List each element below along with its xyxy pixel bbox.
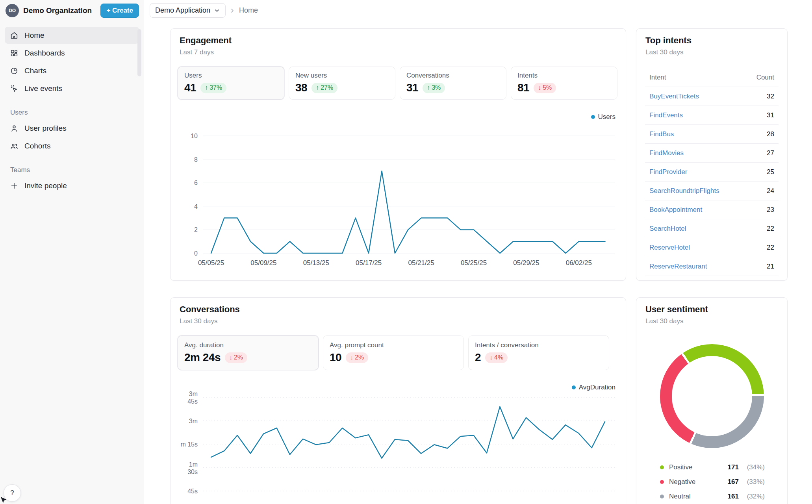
intent-count: 31: [767, 111, 774, 119]
stat-value: 38: [295, 82, 307, 94]
svg-text:05/17/25: 05/17/25: [356, 259, 382, 267]
table-row: BuyEventTickets32: [645, 87, 779, 106]
arrow-up-icon: ↑: [316, 84, 319, 91]
sidebar-item-label: Invite people: [24, 182, 67, 190]
sentiment-legend: Positive 171 34% Negative 167 33% Neutra…: [660, 460, 765, 504]
intent-count: 21: [767, 263, 774, 271]
sidebar-item-user-profiles[interactable]: User profiles: [5, 120, 139, 137]
sidebar-item-home[interactable]: Home: [5, 27, 139, 44]
engagement-subtitle: Last 7 days: [180, 48, 617, 56]
stat-label: Avg. duration: [184, 341, 312, 349]
sidebar-scrollbar[interactable]: [137, 29, 141, 76]
sidebar-item-label: Home: [24, 31, 44, 40]
stat-label: New users: [295, 72, 389, 80]
table-row: FindProvider25: [645, 163, 779, 182]
top-intents-card: Top intents Last 30 days IntentCount Buy…: [636, 28, 788, 281]
intent-link[interactable]: FindMovies: [649, 149, 684, 157]
delta-badge: ↓5%: [534, 83, 556, 93]
top-intents-subtitle: Last 30 days: [645, 48, 778, 56]
sidebar: DO Demo Organization + Create Home Dashb…: [0, 0, 144, 504]
sidebar-item-dashboards[interactable]: Dashboards: [5, 44, 139, 61]
intent-link[interactable]: SearchHotel: [649, 225, 686, 233]
sidebar-item-cohorts[interactable]: Cohorts: [5, 137, 139, 154]
intent-count: 22: [767, 225, 774, 233]
sidebar-section-users: Users: [10, 109, 133, 117]
sidebar-nav: Home Dashboards Charts Live events: [0, 27, 144, 194]
intent-link[interactable]: BuyEventTickets: [649, 93, 699, 100]
charts-icon: [9, 66, 19, 75]
intent-link[interactable]: ReserveRestaurant: [649, 263, 707, 271]
create-button[interactable]: + Create: [100, 4, 139, 18]
table-row: ReserveRestaurant21: [645, 257, 779, 276]
intent-link[interactable]: FindEvents: [649, 111, 683, 119]
sidebar-section-teams: Teams: [10, 166, 133, 174]
intent-link[interactable]: FindProvider: [649, 168, 687, 176]
positive-dot-icon: [660, 465, 664, 469]
chevron-right-icon: [229, 7, 235, 14]
svg-text:05/05/25: 05/05/25: [198, 259, 224, 267]
org-avatar: DO: [6, 4, 19, 17]
stat-card-new-users[interactable]: New users 38 ↑27%: [289, 67, 395, 100]
sidebar-item-invite-people[interactable]: Invite people: [5, 177, 139, 194]
table-row: FindBus28: [645, 125, 779, 144]
stat-value: 41: [184, 82, 196, 94]
table-row: FindEvents31: [645, 106, 779, 125]
intent-count: 27: [767, 149, 774, 157]
svg-text:2: 2: [194, 226, 198, 233]
intents-table: IntentCount BuyEventTickets32 FindEvents…: [645, 70, 779, 276]
legend-row-negative: Negative 167 33%: [660, 474, 765, 489]
svg-text:4: 4: [194, 203, 198, 210]
sidebar-item-label: Live events: [24, 84, 62, 93]
delta-badge: ↑27%: [311, 83, 337, 93]
conversations-subtitle: Last 30 days: [180, 317, 617, 325]
org-header: DO Demo Organization + Create: [0, 0, 144, 21]
sidebar-item-label: Dashboards: [24, 49, 65, 57]
stat-card-avg-duration[interactable]: Avg. duration 2m 24s ↓2%: [178, 335, 319, 370]
sidebar-item-label: Charts: [24, 67, 46, 75]
intent-count: 23: [767, 206, 774, 214]
table-row: BookAppointment23: [645, 200, 779, 219]
svg-text:8: 8: [194, 156, 198, 163]
intent-count: 24: [767, 187, 774, 195]
engagement-stats: Users 41 ↑37% New users 38 ↑27% Conversa…: [178, 67, 617, 100]
stat-card-intents-per-conversation[interactable]: Intents / conversation 2 ↓4%: [468, 335, 609, 370]
stat-card-intents[interactable]: Intents 81 ↓5%: [511, 67, 617, 100]
app-root: DO Demo Organization + Create Home Dashb…: [0, 0, 812, 504]
conversations-stats: Avg. duration 2m 24s ↓2% Avg. prompt cou…: [178, 335, 609, 370]
svg-text:05/09/25: 05/09/25: [250, 259, 276, 267]
app-selector[interactable]: Demo Application: [150, 3, 226, 18]
delta-badge: ↑37%: [200, 83, 226, 93]
svg-text:1m30s: 1m30s: [187, 461, 198, 475]
intent-link[interactable]: ReserveHotel: [649, 244, 690, 252]
sidebar-item-label: Cohorts: [24, 142, 51, 150]
mouse-cursor: [0, 496, 9, 504]
stat-card-users[interactable]: Users 41 ↑37%: [178, 67, 284, 100]
svg-text:05/21/25: 05/21/25: [408, 259, 434, 267]
stat-value: 2: [475, 351, 481, 364]
breadcrumb-page[interactable]: Home: [239, 6, 258, 15]
sidebar-item-live-events[interactable]: Live events: [5, 80, 139, 97]
live-events-icon: [9, 84, 19, 93]
stat-card-avg-prompt-count[interactable]: Avg. prompt count 10 ↓2%: [323, 335, 464, 370]
arrow-down-icon: ↓: [489, 354, 493, 361]
arrow-down-icon: ↓: [350, 354, 353, 361]
stat-label: Conversations: [406, 72, 500, 80]
svg-text:10: 10: [191, 133, 198, 139]
delta-badge: ↓2%: [225, 352, 247, 363]
intent-link[interactable]: BookAppointment: [649, 206, 702, 214]
svg-text:05/25/25: 05/25/25: [461, 259, 487, 267]
intent-link[interactable]: SearchRoundtripFlights: [649, 187, 719, 195]
chevron-down-icon: [214, 7, 220, 14]
svg-text:6: 6: [194, 180, 198, 186]
delta-badge: ↓4%: [485, 352, 508, 363]
org-name: Demo Organization: [23, 6, 96, 15]
intents-table-header: IntentCount: [645, 70, 779, 87]
svg-text:05/13/25: 05/13/25: [303, 259, 329, 267]
engagement-title: Engagement: [180, 35, 617, 46]
svg-text:3m45s: 3m45s: [187, 391, 198, 405]
home-icon: [9, 31, 19, 40]
sidebar-item-charts[interactable]: Charts: [5, 62, 139, 79]
intent-link[interactable]: FindBus: [649, 130, 674, 138]
svg-text:06/02/25: 06/02/25: [566, 259, 592, 267]
stat-card-conversations[interactable]: Conversations 31 ↑3%: [400, 67, 506, 100]
